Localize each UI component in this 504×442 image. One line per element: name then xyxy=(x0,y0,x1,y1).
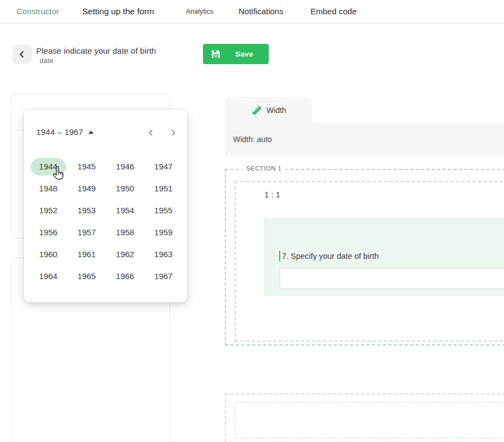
tab-analytics[interactable]: Analytics xyxy=(186,8,213,15)
question-block[interactable]: 7. Specify your date of birth xyxy=(264,218,504,296)
save-button[interactable]: Save xyxy=(203,44,269,64)
year-option-1954[interactable]: 1954 xyxy=(107,202,143,219)
year-option-1963[interactable]: 1963 xyxy=(146,246,181,263)
back-button[interactable] xyxy=(12,44,32,64)
year-option-1951[interactable]: 1951 xyxy=(146,180,181,197)
year-option-1947[interactable]: 1947 xyxy=(146,158,181,175)
width-panel: Width: auto xyxy=(225,123,504,156)
year-option-1962[interactable]: 1962 xyxy=(107,246,143,263)
year-option-1949[interactable]: 1949 xyxy=(69,180,104,197)
year-option-1966[interactable]: 1966 xyxy=(107,268,143,285)
year-option-1964[interactable]: 1964 xyxy=(31,268,66,285)
year-option-1955[interactable]: 1955 xyxy=(146,202,181,219)
tab-constructor[interactable]: Constructor xyxy=(16,7,59,16)
year-range-button[interactable]: 1944 – 1967 xyxy=(36,127,94,137)
page-subtitle: date xyxy=(39,56,53,65)
year-range-label: 1944 – 1967 xyxy=(36,127,83,137)
text-caret xyxy=(279,251,280,261)
year-option-1945[interactable]: 1945 xyxy=(69,158,104,175)
width-tab-label: Width xyxy=(267,106,286,115)
section-1-row: 1 : 1 7. Specify your date of birth xyxy=(235,181,504,342)
top-tab-bar: Constructor Setting up the form Analytic… xyxy=(0,0,504,24)
year-option-1950[interactable]: 1950 xyxy=(107,180,143,197)
section-1-label: SECTION 1 xyxy=(242,165,285,172)
width-tab[interactable]: Width xyxy=(225,97,313,123)
question-answer-field[interactable] xyxy=(280,268,504,289)
ratio-label: 1 : 1 xyxy=(264,190,280,199)
tab-setting-up-the-form[interactable]: Setting up the form xyxy=(82,7,154,16)
save-button-label: Save xyxy=(235,50,253,58)
tab-embed-code[interactable]: Embed code xyxy=(310,7,356,16)
year-picker-header: 1944 – 1967 xyxy=(24,110,187,151)
year-option-1959[interactable]: 1959 xyxy=(146,224,181,241)
year-grid: 1944194519461947194819491950195119521953… xyxy=(31,158,181,285)
previous-range-button[interactable] xyxy=(143,125,158,140)
year-option-1958[interactable]: 1958 xyxy=(107,224,143,241)
floppy-disk-icon xyxy=(211,49,221,59)
year-option-1961[interactable]: 1961 xyxy=(69,246,104,263)
form-builder-screen: Constructor Setting up the form Analytic… xyxy=(0,0,504,442)
chevron-left-icon xyxy=(18,50,26,59)
section-2-container xyxy=(225,393,504,442)
year-option-1967[interactable]: 1967 xyxy=(146,268,181,285)
page-title: Please indicate your date of birth xyxy=(36,46,156,55)
question-label-text: 7. Specify your date of birth xyxy=(282,252,379,260)
year-option-1953[interactable]: 1953 xyxy=(69,202,104,219)
year-option-1952[interactable]: 1952 xyxy=(31,202,66,219)
year-option-1957[interactable]: 1957 xyxy=(69,224,104,241)
year-option-1956[interactable]: 1956 xyxy=(31,224,66,241)
year-option-1946[interactable]: 1946 xyxy=(107,158,143,175)
year-option-1960[interactable]: 1960 xyxy=(31,246,66,263)
next-range-button[interactable] xyxy=(166,125,181,140)
tab-notifications[interactable]: Notifications xyxy=(239,7,284,16)
year-option-1965[interactable]: 1965 xyxy=(69,268,104,285)
ruler-icon xyxy=(251,105,262,116)
question-label[interactable]: 7. Specify your date of birth xyxy=(279,251,379,261)
year-option-1944[interactable]: 1944 xyxy=(31,158,66,175)
section-1-container: SECTION 1 1 : 1 7. Specify your date of … xyxy=(225,169,504,345)
year-option-1948[interactable]: 1948 xyxy=(31,180,66,197)
triangle-up-icon xyxy=(88,131,94,134)
section-2-row xyxy=(235,402,504,439)
year-picker-dropdown: 1944 – 1967 1944194519461947194819491950… xyxy=(24,110,187,302)
width-value-text: Width: auto xyxy=(233,135,272,144)
